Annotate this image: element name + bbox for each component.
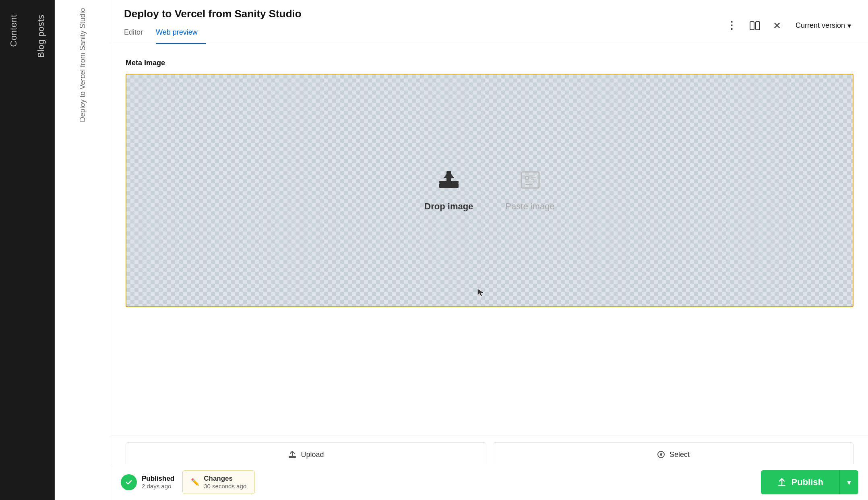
select-label: Select: [670, 450, 690, 459]
page-title: Deploy to Vercel from Sanity Studio: [124, 8, 302, 20]
sidebar-blog-posts: Blog posts: [27, 0, 55, 500]
publish-dropdown-button[interactable]: ▾: [839, 470, 858, 494]
third-panel-label[interactable]: Deploy to Vercel from Sanity Studio: [79, 8, 87, 122]
svg-rect-6: [521, 172, 539, 188]
more-options-button[interactable]: ⋮: [724, 17, 739, 34]
svg-point-15: [660, 453, 662, 456]
svg-rect-1: [756, 22, 760, 30]
header-left: Deploy to Vercel from Sanity Studio Edit…: [124, 8, 302, 44]
upload-icon: [438, 169, 460, 195]
main-area: Deploy to Vercel from Sanity Studio Edit…: [111, 0, 868, 500]
footer-right: Publish ▾: [761, 470, 858, 494]
select-btn-icon: [657, 450, 665, 459]
split-icon: [750, 21, 760, 30]
paste-image-label: Paste image: [505, 201, 554, 212]
svg-rect-9: [531, 179, 534, 180]
sidebar-item-blog-posts[interactable]: Blog posts: [36, 8, 46, 64]
split-view-button[interactable]: [747, 19, 763, 33]
publish-label: Publish: [792, 477, 823, 488]
content-area: Meta Image Drop image: [111, 44, 868, 436]
publish-chevron-icon: ▾: [847, 477, 851, 487]
published-time: 2 days ago: [142, 483, 174, 490]
paste-image-action[interactable]: Paste image: [505, 169, 554, 212]
sidebar-content: Content: [0, 0, 27, 500]
changes-badge[interactable]: ✏️ Changes 30 seconds ago: [182, 470, 255, 494]
svg-rect-11: [525, 184, 533, 185]
changes-time: 30 seconds ago: [204, 483, 246, 490]
version-selector[interactable]: Current version ▾: [792, 19, 855, 33]
meta-image-label: Meta Image: [126, 59, 854, 67]
published-label: Published: [142, 475, 174, 483]
footer-left: Published 2 days ago ✏️ Changes 30 secon…: [121, 470, 255, 494]
drop-image-action[interactable]: Drop image: [424, 169, 473, 212]
close-icon: ✕: [773, 20, 781, 31]
changes-label: Changes: [204, 475, 246, 483]
changes-icon: ✏️: [191, 478, 200, 487]
publish-icon: [777, 477, 787, 487]
publish-button[interactable]: Publish: [761, 470, 839, 494]
check-icon: [125, 478, 133, 486]
bottom-buttons-row: Upload Select: [111, 436, 868, 464]
published-icon: [121, 474, 137, 490]
third-panel: Deploy to Vercel from Sanity Studio: [55, 0, 111, 500]
cursor-indicator: [477, 288, 485, 299]
upload-label: Upload: [301, 450, 324, 459]
published-text: Published 2 days ago: [142, 475, 174, 490]
header-actions: ⋮ ✕: [724, 17, 783, 34]
more-icon: ⋮: [726, 19, 737, 32]
version-chevron: ▾: [847, 21, 851, 30]
svg-rect-13: [289, 456, 296, 458]
header-right: ⋮ ✕ Current version ▾: [724, 17, 855, 34]
published-badge: Published 2 days ago: [121, 474, 174, 490]
version-label: Current version: [796, 21, 845, 30]
paste-icon: [519, 169, 541, 195]
tab-editor[interactable]: Editor: [124, 25, 151, 44]
image-drop-zone[interactable]: Drop image Paste image: [126, 74, 854, 307]
svg-rect-7: [525, 177, 529, 179]
svg-rect-3: [439, 183, 459, 188]
header-tabs: Editor Web preview: [124, 25, 302, 44]
select-button[interactable]: Select: [493, 442, 854, 464]
header: Deploy to Vercel from Sanity Studio Edit…: [111, 0, 868, 44]
drop-image-label: Drop image: [424, 201, 473, 212]
close-button[interactable]: ✕: [771, 18, 783, 34]
svg-rect-0: [750, 22, 754, 30]
svg-rect-16: [778, 485, 785, 486]
tab-web-preview[interactable]: Web preview: [156, 25, 206, 44]
svg-rect-8: [531, 177, 536, 178]
changes-text: Changes 30 seconds ago: [204, 475, 246, 490]
upload-button[interactable]: Upload: [126, 442, 486, 464]
svg-marker-5: [443, 171, 455, 178]
upload-btn-icon: [288, 450, 297, 459]
footer: Published 2 days ago ✏️ Changes 30 secon…: [111, 464, 868, 500]
svg-rect-10: [525, 182, 536, 182]
sidebar-item-content[interactable]: Content: [8, 8, 19, 54]
